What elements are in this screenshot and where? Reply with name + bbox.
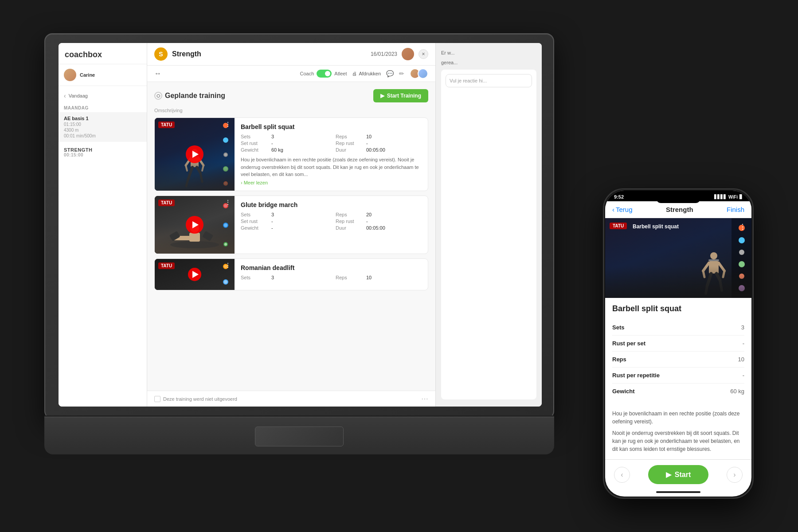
start-training-button[interactable]: ▶ Start Training (373, 89, 428, 102)
play-button-1[interactable] (186, 145, 203, 163)
set-rest-value-2: - (271, 219, 273, 224)
phone-bottom-nav: ‹ ▶ Start › (605, 459, 751, 489)
toggle-atleet-label: Atleet (334, 71, 347, 76)
thumb-brand-1: TATU (158, 121, 175, 128)
exercise-name-1: Barbell split squat (241, 123, 422, 130)
edit-icon[interactable]: ✏ (399, 70, 404, 77)
sidebar-date-nav: ‹ Vandaag (59, 90, 147, 102)
reps-detail-label: Reps (612, 356, 626, 363)
stat-sets-2: Sets 3 (241, 212, 327, 217)
rust-rep-detail-value: - (743, 372, 744, 379)
scene: coachbox Carine ‹ Vandaag MAANDAG (44, 33, 754, 499)
toggle-coach-label: Coach (300, 71, 314, 76)
play-button-2[interactable] (186, 216, 203, 234)
phone-back-button[interactable]: ‹ Terug (612, 206, 633, 213)
phone-start-button[interactable]: ▶ Start (648, 465, 708, 484)
stat-reps-3: Reps 10 (336, 275, 422, 280)
laptop: coachbox Carine ‹ Vandaag MAANDAG (44, 33, 554, 454)
planned-training-header: ○ Geplande training ▶ Start Training (154, 89, 428, 102)
exercise-thumb-1[interactable]: TATU ⋮ (155, 118, 235, 191)
set-rest-label: Set rust (241, 141, 270, 146)
phone-video[interactable]: TATU Barbell split squat ⋮ (605, 218, 751, 298)
svg-point-17 (710, 252, 717, 259)
exercise-details-1: Barbell split squat Sets 3 Reps (235, 118, 428, 191)
duration-label: Duur (336, 147, 364, 153)
trackpad[interactable] (255, 426, 344, 446)
phone-content: TATU Barbell split squat ⋮ Barbell split… (605, 218, 751, 459)
phone-vid-menu[interactable]: ⋮ (739, 223, 746, 231)
phone-exercise-name: Barbell split squat (612, 304, 744, 313)
svg-rect-16 (189, 233, 200, 242)
exercise-stats-3: Sets 3 Reps 10 (241, 275, 422, 280)
main-content: S Strength 16/01/2023 × (147, 43, 435, 407)
phone-desc: Hou je bovenlichaam in een rechte positi… (605, 405, 751, 459)
sets-value-2: 3 (271, 212, 274, 217)
svg-rect-14 (202, 231, 213, 241)
exercise-item-2: TATU ⋮ Glute bridge march Sets 3 (154, 196, 428, 254)
description-label: Omschrijving (154, 108, 428, 113)
sidebar-nav: ‹ Vandaag MAANDAG AE basis 1 01:15:00 43… (59, 86, 147, 163)
exercise-name-3: Romanian deadlift (241, 264, 422, 271)
rust-rep-detail-label: Rust per repetitie (612, 372, 660, 379)
laptop-body: coachbox Carine ‹ Vandaag MAANDAG (44, 33, 554, 419)
stat-set-rest-2: Set rust - (241, 219, 327, 224)
phone-detail-reps: Reps 10 (612, 352, 744, 368)
sets-value-1: 3 (271, 134, 274, 139)
play-icon: ▶ (380, 93, 384, 99)
exercise-name-2: Glute bridge march (241, 201, 422, 208)
phone-finish-button[interactable]: Finish (727, 206, 744, 213)
thumb-menu-3[interactable]: ⋮ (225, 262, 231, 269)
play-button-3[interactable] (188, 268, 201, 281)
thumb-menu-2[interactable]: ⋮ (225, 199, 231, 206)
sidebar-logo: coachbox (59, 43, 147, 64)
exercise-details-2: Glute bridge march Sets 3 Reps (235, 196, 428, 254)
duration-value-2: 00:05:00 (366, 225, 385, 231)
phone-home-bar (656, 491, 700, 493)
svg-point-11 (170, 241, 219, 248)
screen-content: coachbox Carine ‹ Vandaag MAANDAG (59, 43, 542, 407)
exercise-thumb-2[interactable]: TATU ⋮ (155, 196, 235, 254)
phone-detail-rust-set: Rust per set - (612, 336, 744, 352)
thumb-menu-1[interactable]: ⋮ (225, 121, 231, 128)
right-text-1: Er w... (441, 50, 536, 55)
exercise-desc-1: Hou je bovenlichaam in een rechte positi… (241, 156, 422, 178)
toolbar-left: ↔ (154, 70, 161, 78)
stat-duration-2: Duur 00:05:00 (336, 225, 422, 231)
phone: 9:52 ▋▋▋▋ WiFi ▊ ‹ Terug Strength Finish (603, 188, 754, 499)
phone-next-button[interactable]: › (727, 467, 743, 483)
planned-icon: ○ (154, 92, 162, 100)
toggle-switch[interactable] (317, 70, 332, 78)
reps-label-2: Reps (336, 212, 364, 217)
more-options[interactable]: ⋯ (421, 395, 428, 403)
back-button[interactable]: ↔ (154, 70, 161, 78)
phone-detail-gewicht: Gewicht 60 kg (612, 383, 744, 399)
exercise-thumb-3[interactable]: TATU ⋮ (155, 259, 235, 290)
print-button[interactable]: 🖨 Afdrukken (352, 71, 381, 76)
not-executed-checkbox[interactable] (154, 396, 160, 402)
sets-detail-value: 3 (741, 324, 744, 331)
date-nav-back[interactable]: ‹ (64, 92, 66, 99)
stat-rep-rest-2: Rep rust - (336, 219, 422, 224)
reps-value-3: 10 (366, 275, 372, 280)
weight-value-1: 60 kg (271, 147, 283, 153)
chat-input[interactable]: Vul je reactie hi... (446, 74, 532, 87)
chat-icon[interactable]: 💬 (386, 70, 394, 77)
sidebar-username: Carine (80, 72, 95, 78)
topbar-close-button[interactable]: × (419, 49, 428, 59)
avatar-2 (418, 68, 428, 79)
sets-label-3: Sets (241, 275, 270, 280)
planned-title: ○ Geplande training (154, 92, 225, 100)
more-link-1[interactable]: › Meer lezen (241, 180, 422, 185)
sidebar-item-ae[interactable]: AE basis 1 01:15:00 4300 m 00:01 min/500… (59, 112, 147, 142)
phone-vid-brand: TATU (610, 223, 627, 229)
weight-label: Gewicht (241, 147, 270, 153)
rep-rest-label: Rep rust (336, 141, 364, 146)
phone-detail-sets: Sets 3 (612, 320, 744, 336)
sidebar-workout-strength[interactable]: Strength (64, 147, 141, 153)
app-topbar: S Strength 16/01/2023 × (147, 43, 435, 66)
phone-prev-button[interactable]: ‹ (614, 467, 630, 483)
rep-rest-value-1: - (366, 141, 368, 146)
sidebar-item-ae-meta2: 4300 m (64, 128, 141, 133)
rep-rest-value-2: - (366, 219, 368, 224)
sidebar: coachbox Carine ‹ Vandaag MAANDAG (59, 43, 147, 407)
